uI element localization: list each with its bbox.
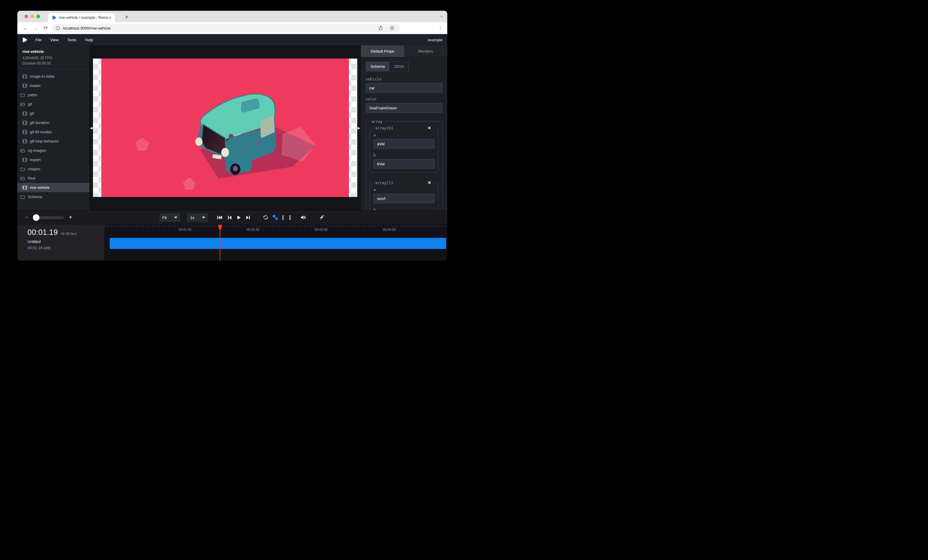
composition-item[interactable]: expert [17, 155, 89, 164]
transport-controls: [ ] [217, 211, 325, 224]
window-zoom-button[interactable] [37, 15, 40, 18]
browser-tab[interactable]: rive-vehicle / example - Remot × [48, 13, 115, 22]
array-item-1-legend: array[1] [375, 181, 393, 185]
app-menubar: File View Tools Help example [17, 34, 447, 46]
share-icon[interactable] [378, 25, 383, 30]
site-info-icon[interactable] [56, 26, 60, 30]
toggle-schema[interactable]: Schema [366, 62, 389, 71]
in-point-button[interactable]: [ [282, 215, 285, 220]
remotion-logo-icon[interactable] [22, 37, 27, 43]
track-duration: 00:01.19 (49) [27, 246, 104, 250]
playback-speed-select[interactable]: 1x [187, 213, 208, 222]
array-0-b-input[interactable] [373, 159, 435, 169]
color-input[interactable] [366, 103, 443, 113]
skip-to-start-button[interactable] [217, 215, 223, 220]
reload-icon[interactable]: ⟳ [43, 25, 49, 31]
window-minimize-button[interactable] [31, 15, 34, 18]
zoom-in-button[interactable]: + [68, 214, 73, 221]
composition-title: rive-vehicle [23, 49, 85, 54]
folder-open-icon [20, 102, 25, 107]
field-label-color: color [366, 97, 443, 101]
tab-renders[interactable]: Renders [404, 46, 447, 57]
tab-search-chevron-icon[interactable]: ⌄ [440, 14, 443, 18]
vehicle-input[interactable] [366, 83, 443, 93]
volume-icon[interactable] [300, 215, 307, 220]
composition-item[interactable]: gif-loop-behavior [17, 137, 89, 146]
timeline-track-area[interactable]: 00:01.00 00:02.00 00:03.00 00:04.00 [105, 224, 447, 260]
tab-close-icon[interactable]: × [108, 15, 112, 20]
url-text: localhost:3000/rive-vehicle [63, 26, 111, 30]
folder-label: Rive [28, 176, 35, 181]
tab-title: rive-vehicle / example - Remot [59, 15, 108, 20]
schema-json-toggle: Schema JSON [366, 62, 409, 72]
transparency-checkerboard-toggle[interactable] [273, 215, 278, 220]
composition-item[interactable]: gif-fill-modes [17, 127, 89, 137]
pentagon-shape [183, 178, 195, 190]
folder-label: paths [28, 93, 37, 97]
address-bar[interactable]: localhost:3000/rive-vehicle [52, 24, 400, 32]
rocket-render-icon[interactable] [319, 215, 325, 220]
play-button[interactable] [236, 215, 241, 220]
window-close-button[interactable] [24, 15, 28, 18]
composition-item[interactable]: loader [17, 81, 89, 90]
browser-window: rive-vehicle / example - Remot × + ⌄ ← →… [17, 11, 447, 260]
menu-view[interactable]: View [50, 38, 59, 42]
out-point-button[interactable]: ] [288, 215, 292, 220]
next-frame-button[interactable] [246, 215, 251, 220]
new-tab-button[interactable]: + [122, 13, 131, 21]
field-label-vehicle: vehicle [366, 77, 443, 81]
loop-toggle-icon[interactable] [262, 215, 269, 220]
bookmark-star-icon[interactable] [389, 25, 395, 30]
film-icon [23, 84, 27, 88]
field-label-b: b [373, 207, 435, 210]
timeline-ruler[interactable]: 00:01.00 00:02.00 00:03.00 00:04.00 [105, 224, 447, 233]
folder-item[interactable]: og-images [17, 146, 89, 155]
remotion-studio: File View Tools Help example rive-vehicl… [17, 34, 447, 260]
folder-label: shapes [28, 167, 40, 171]
current-timecode: 00:01.19 [27, 228, 58, 237]
folder-open-icon [20, 149, 25, 153]
composition-item[interactable]: gif-duration [17, 118, 89, 127]
toggle-json[interactable]: JSON [389, 62, 409, 71]
field-label-a: a [373, 187, 435, 192]
remove-array-item-icon[interactable]: ✕ [427, 125, 431, 130]
tab-default-props[interactable]: Default Props [361, 46, 404, 57]
canvas-size-select[interactable]: Fit [159, 213, 180, 222]
folder-item[interactable]: paths [17, 90, 89, 99]
composition-item[interactable]: image-in-lottie [17, 72, 89, 81]
folder-item[interactable]: gif [17, 99, 89, 109]
array-item-1: array[1] ✕ a b [369, 180, 439, 210]
composition-dimensions: 1200x630, 30 FPS [23, 55, 85, 61]
menu-help[interactable]: Help [85, 38, 93, 42]
vehicle-animation [101, 59, 349, 197]
animation-viewport [101, 59, 349, 197]
menu-file[interactable]: File [35, 38, 41, 42]
playhead-handle[interactable] [218, 224, 222, 231]
zoom-slider[interactable] [33, 216, 64, 219]
timeline-track-bar[interactable] [110, 238, 446, 249]
composition-item-selected[interactable]: rive-vehicle [17, 183, 89, 192]
composition-label: gif-fill-modes [30, 130, 52, 134]
array-0-a-input[interactable] [373, 139, 435, 149]
collapse-sidebar-handle[interactable]: ◀ [90, 126, 92, 130]
folder-label: Schema [28, 195, 42, 199]
preview-canvas: ◀ ▶ [90, 46, 360, 210]
props-panel-tabs: Default Props Renders [361, 46, 447, 57]
zoom-slider-knob[interactable] [33, 214, 40, 221]
array-1-a-input[interactable] [373, 194, 435, 203]
collapse-panel-handle[interactable]: ▶ [358, 126, 360, 130]
folder-item[interactable]: shapes [17, 164, 89, 173]
folder-item[interactable]: Rive [17, 173, 89, 183]
menu-tools[interactable]: Tools [67, 38, 76, 42]
browser-menu-kebab-icon[interactable]: ⋮ [437, 25, 444, 31]
film-icon [23, 130, 27, 134]
array-group: array array[0] ✕ a b [366, 119, 443, 210]
composition-item[interactable]: gif [17, 109, 89, 118]
folder-open-icon [20, 176, 25, 181]
back-icon[interactable]: ← [22, 25, 29, 31]
zoom-out-button[interactable]: − [24, 214, 29, 221]
remove-array-item-icon[interactable]: ✕ [427, 180, 431, 185]
forward-icon[interactable]: → [32, 25, 39, 31]
folder-item[interactable]: Schema [17, 192, 89, 201]
previous-frame-button[interactable] [227, 215, 232, 220]
